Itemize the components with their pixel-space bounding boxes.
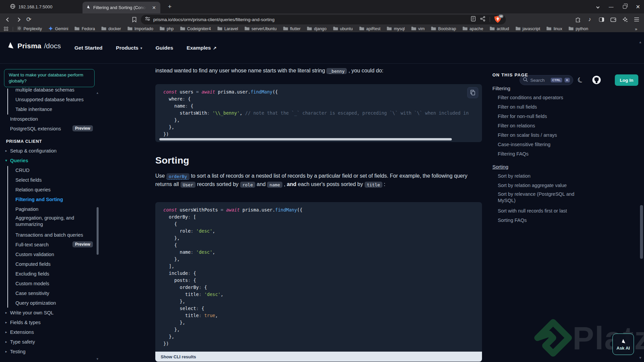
sidebar-item-relation-queries[interactable]: Relation queries <box>0 185 99 194</box>
bookmark-item[interactable]: django <box>307 26 327 32</box>
page-scroll-up-icon[interactable]: ▲ <box>639 40 642 44</box>
sidebar-item-case-sensitivity[interactable]: Case sensitivity <box>0 288 99 298</box>
bookmark-item[interactable]: actitud <box>490 26 509 32</box>
bookmark-item[interactable]: vim <box>411 26 425 32</box>
site-controls-icon[interactable] <box>145 16 150 22</box>
sidebar-item-type-safety[interactable]: ▸Type safety <box>0 337 99 347</box>
sidebar-item-pagination[interactable]: Pagination <box>0 204 99 214</box>
sidebar-scroll-up-icon[interactable]: ▲ <box>96 91 99 95</box>
tab-close-icon[interactable]: ✕ <box>151 5 157 11</box>
reader-mode-icon[interactable] <box>471 16 476 23</box>
sidebar-scroll-down-icon[interactable]: ▼ <box>96 357 99 361</box>
show-cli-results-button[interactable]: Show CLI results <box>155 352 482 362</box>
bookmark-item[interactable]: apiRest <box>359 26 380 32</box>
sidebar-item-excluding-fields[interactable]: Excluding fields <box>0 269 99 279</box>
url-text[interactable]: prisma.io/docs/orm/prisma-client/queries… <box>153 17 471 22</box>
toc-item-case-insensitive-filtering[interactable]: Case-insensitive filtering <box>492 140 593 149</box>
sidebar-item-setup-configuration[interactable]: ▸Setup & configuration <box>0 146 99 156</box>
apps-grid-icon[interactable] <box>4 27 8 31</box>
toc-item-sort-with-null-records-first-or-last[interactable]: Sort with null records first or last <box>492 206 593 216</box>
sidebar-item-introspection[interactable]: Introspection <box>0 114 99 124</box>
toc-item-filtering-faqs[interactable]: Filtering FAQs <box>492 149 593 159</box>
page-scrollbar-thumb[interactable] <box>640 205 643 259</box>
sidebar-scrollbar-thumb[interactable] <box>97 207 99 255</box>
header-nav-get-started[interactable]: Get Started <box>74 45 103 51</box>
sidebar-callout[interactable]: Want to make your database perform globa… <box>4 69 95 87</box>
toc-item-filtering[interactable]: Filtering <box>492 83 593 93</box>
copy-code-button[interactable] <box>467 87 478 98</box>
menu-icon[interactable] <box>633 16 640 23</box>
sidebar-item-unsupported-database-features[interactable]: Unsupported database features <box>0 95 99 104</box>
toc-item-filter-on-scalar-lists-arrays[interactable]: Filter on scalar lists / arrays <box>492 130 593 140</box>
bookmark-flag-icon[interactable] <box>129 13 139 25</box>
toc-item-sort-by-relevance-postgresql-and-mysql-[interactable]: Sort by relevance (PostgreSQL and MySQL) <box>492 190 593 206</box>
leo-ai-icon[interactable] <box>622 16 628 23</box>
bookmark-item[interactable]: linux <box>546 26 562 32</box>
sidebar-item-postgresql-extensions[interactable]: PostgreSQL extensionsPreview <box>0 124 99 133</box>
bookmark-item[interactable]: php <box>160 26 174 32</box>
bookmark-item[interactable]: python <box>569 26 588 32</box>
bookmarks-overflow-icon[interactable]: » <box>635 26 644 32</box>
github-icon[interactable] <box>592 75 601 86</box>
sidebar-item-select-fields[interactable]: Select fields <box>0 175 99 185</box>
wallet-icon[interactable] <box>610 16 616 23</box>
bookmark-item[interactable]: Fedora <box>74 26 95 32</box>
sidebar-item-transactions-and-batch-queries[interactable]: Transactions and batch queries <box>0 230 99 240</box>
media-icon[interactable]: ♪ <box>586 16 593 23</box>
code-horizontal-scrollbar[interactable] <box>159 138 452 140</box>
sidebar-item-aggregation-grouping-and-summarizing[interactable]: Aggregation, grouping, and summarizing <box>0 214 99 230</box>
toc-item-filter-conditions-and-operators[interactable]: Filter conditions and operators <box>492 93 593 102</box>
sidebar-item-extensions[interactable]: ▸Extensions <box>0 327 99 337</box>
bookmark-item[interactable]: Laravel <box>217 26 238 32</box>
sidebar-item-filtering-and-sorting[interactable]: Filtering and Sorting <box>0 194 99 204</box>
new-tab-button[interactable]: + <box>166 3 174 11</box>
sidebar-item-queries[interactable]: ▾Queries <box>0 156 99 165</box>
bookmark-item[interactable]: apache <box>463 26 483 32</box>
header-nav-products[interactable]: Products▾ <box>116 45 142 51</box>
toc-item-sorting[interactable]: Sorting <box>492 162 593 171</box>
sidebar-item-multiple-database-schemas[interactable]: multiple database schemas <box>0 88 99 95</box>
bookmark-item[interactable]: mysql <box>387 26 405 32</box>
toc-item-sorting-faqs[interactable]: Sorting FAQs <box>492 216 593 225</box>
sidebar-item-custom-validation[interactable]: Custom validation <box>0 249 99 259</box>
inline-code-link[interactable]: orderBy <box>166 173 190 180</box>
sidebar-item-query-optimization[interactable]: Query optimization <box>0 298 99 308</box>
sidebar-item-testing[interactable]: ▸Testing <box>0 347 99 356</box>
tab-active[interactable]: Filtering and Sorting (Concep ✕ <box>83 2 160 13</box>
sidebar-item-full-text-search[interactable]: Full-text searchPreview <box>0 240 99 249</box>
toc-item-sort-by-relation-aggregate-value[interactable]: Sort by relation aggregate value <box>492 181 593 190</box>
toc-item-filter-on-relations[interactable]: Filter on relations <box>492 121 593 130</box>
header-nav-examples[interactable]: Examples↗ <box>186 45 216 51</box>
login-button[interactable]: Log In <box>615 74 638 86</box>
share-icon[interactable] <box>480 16 485 23</box>
bookmark-item[interactable]: flutter <box>283 26 301 32</box>
bookmark-item[interactable]: Perplexity <box>17 26 42 32</box>
bookmark-item[interactable]: ubuntu <box>333 26 353 32</box>
url-bar[interactable]: prisma.io/docs/orm/prisma-client/queries… <box>141 15 506 24</box>
tab-background[interactable]: 192.168.1.7:5000 <box>7 0 56 13</box>
minimize-icon[interactable]: — <box>608 4 614 9</box>
sidebar-item-write-your-own-sql[interactable]: ▸Write your own SQL <box>0 308 99 317</box>
bookmark-item[interactable]: javascript <box>516 26 540 32</box>
sidebar-item-crud[interactable]: CRUD <box>0 165 99 175</box>
toc-item-filter-on-null-fields[interactable]: Filter on null fields <box>492 102 593 112</box>
sidebar-toggle-icon[interactable] <box>598 16 605 23</box>
sidebar-item-computed-fields[interactable]: Computed fields <box>0 259 99 269</box>
header-nav-guides[interactable]: Guides <box>156 45 173 51</box>
reload-icon[interactable]: ⟳ <box>24 13 34 25</box>
prisma-logo[interactable]: Prisma /docs <box>6 41 61 50</box>
bookmark-item[interactable]: Codeigniter4 <box>180 26 211 32</box>
sidebar-item-fields-types[interactable]: ▸Fields & types <box>0 317 99 327</box>
tab-search-icon[interactable] <box>595 4 600 9</box>
restore-icon[interactable] <box>622 4 627 9</box>
back-icon[interactable] <box>3 13 13 25</box>
brave-shield-icon[interactable]: 10 <box>494 16 502 23</box>
sidebar-item-custom-models[interactable]: Custom models <box>0 279 99 288</box>
bookmark-item[interactable]: Importado <box>127 26 153 32</box>
bookmark-item[interactable]: Gemini <box>48 26 68 32</box>
extensions-puzzle-icon[interactable] <box>575 16 581 23</box>
sidebar-item-table-inheritance[interactable]: Table inheritance <box>0 104 99 114</box>
bookmark-item[interactable]: serverUbuntu <box>245 26 277 32</box>
forward-icon[interactable] <box>13 13 23 25</box>
toc-item-sort-by-relation[interactable]: Sort by relation <box>492 171 593 181</box>
